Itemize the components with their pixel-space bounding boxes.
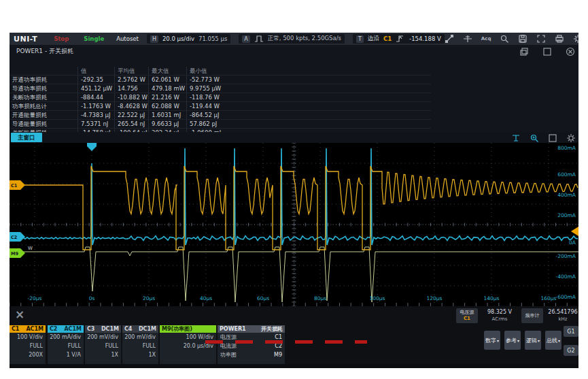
trigger-settings[interactable]: T 边沿 C1 -154.188 V (353, 34, 445, 44)
c2-channel-tag[interactable]: C2 (10, 232, 25, 242)
oscilloscope-screen: UNI-T Stop Single Autoset H 20.0 μs/div … (10, 33, 578, 368)
table-row: 开通能量损耗-4.7383 μJ22.522 μJ1.6031 mJ-864.5… (10, 110, 431, 119)
table-row: 关断功率损耗-884.44 mW-10.882 W21.216 W-118.76… (10, 93, 431, 101)
x-axis-label: 40μs (200, 295, 212, 301)
col-value: 值 (77, 67, 114, 75)
c1-channel-tag[interactable]: C1 (10, 180, 25, 190)
chevron-down-icon: ▾ (517, 338, 519, 343)
power1-measurement-panel: POWER1 - 开关损耗 值 平均值 最大值 最小值 开通功率损耗-292.3… (10, 45, 578, 132)
fullscreen-icon[interactable] (536, 34, 546, 44)
bus-menu-button[interactable]: 总线▾ (545, 331, 561, 350)
display-settings-icon[interactable] (566, 133, 576, 142)
settings-icon[interactable] (573, 34, 578, 44)
trigger-source[interactable]: C1 (383, 35, 392, 42)
maximize-icon[interactable] (542, 46, 552, 56)
tab-main-window[interactable]: 主窗口 (11, 133, 42, 142)
plot-grid (10, 143, 578, 306)
waveform-display[interactable]: C1 C2 M9 W -20μs 0s 20μs 40μs 60μs 80μs … (10, 143, 578, 306)
table-header: 值 平均值 最大值 最小值 (10, 67, 431, 75)
y-axis-label: 400mA (557, 192, 576, 198)
stop-button[interactable]: Stop (54, 35, 69, 42)
toolbar-icon-group: Acq (445, 34, 578, 44)
x-axis-label: 160μs (541, 295, 557, 301)
voltage-source-badge[interactable]: 电压源 C1 (456, 308, 478, 323)
trigger-type[interactable]: 边沿 (368, 35, 379, 43)
chevron-down-icon: ▾ (538, 338, 540, 343)
tab-bar-icons (511, 133, 576, 142)
trigger-cursor-icon[interactable] (511, 133, 521, 142)
horizontal-offset[interactable]: 71.055 μs (198, 35, 227, 42)
status-group: 电压源 C1 98.325 V ACrms 频率计 26.541796 kHz (456, 308, 578, 323)
print-icon[interactable] (555, 34, 564, 44)
timebase-value[interactable]: 20.0 μs/div (162, 35, 194, 42)
y-axis-label: -200mA (556, 253, 576, 259)
h-badge: H (150, 35, 158, 43)
measure-icon[interactable] (463, 34, 472, 44)
trigger-level-marker[interactable] (571, 227, 578, 236)
g1-button[interactable]: G1 (564, 326, 578, 337)
svg-text:M9: M9 (11, 251, 18, 257)
bottom-strip (10, 364, 578, 368)
single-button[interactable]: Single (84, 35, 104, 42)
channel-block-c4[interactable]: C4DC1M 200 mV/divFULL1X (122, 325, 158, 364)
acquire-settings[interactable]: A 正常, 500 kpts, 2.50GSa/s (239, 34, 345, 44)
y-axis-label: 800mA (557, 145, 576, 151)
pulse-icon (254, 34, 264, 44)
horizontal-settings[interactable]: H 20.0 μs/div 71.055 μs (147, 34, 230, 44)
x-axis-label: 0s (89, 295, 95, 301)
screenshot-page: UNI-T Stop Single Autoset H 20.0 μs/div … (0, 0, 588, 379)
channel-block-c2[interactable]: C2AC1M 200 mA/divFULL1 V/A (48, 325, 84, 365)
uni-t-logo: UNI-T (14, 35, 37, 44)
save-icon[interactable] (518, 34, 528, 44)
power1-block[interactable]: POWER1开关损耗 电压源C1 电流源C2 功率图M9 (218, 325, 285, 364)
top-toolbar: UNI-T Stop Single Autoset H 20.0 μs/div … (10, 33, 578, 45)
table-row: 导通能量损耗7.5371 nJ265.54 nJ9.6633 μJ57.862 … (10, 119, 431, 128)
voltage-readout: 98.325 V ACrms (482, 309, 517, 323)
svg-text:C1: C1 (11, 183, 18, 188)
m9-unit-label: W (28, 246, 33, 251)
close-icon[interactable] (566, 46, 575, 56)
reference-menu-button[interactable]: 参考▾ (504, 331, 521, 350)
trigger-level-value[interactable]: -154.188 V (409, 35, 441, 42)
trigger-position-marker[interactable] (87, 143, 97, 151)
table-row: 开通功率损耗-292.35 mW2.5762 W62.061 W-52.773 … (10, 75, 431, 84)
y-axis-label: 200mA (557, 212, 576, 218)
freq-counter-badge[interactable]: 频率计 (521, 308, 543, 323)
m9-channel-tag[interactable]: M9 (10, 248, 25, 258)
digital-menu-button[interactable]: 数字▾ (484, 331, 500, 350)
x-axis-label: 60μs (257, 295, 269, 301)
channel-block-m9[interactable]: M9(功率图) 100 W/div20.0 μs/div (160, 325, 216, 364)
y-axis-label: -400mA (556, 274, 576, 280)
x-axis-label: 120μs (427, 295, 443, 301)
panel-window-controls (519, 46, 575, 56)
channel-block-c1[interactable]: C1AC1M 100 V/divFULL200X (10, 325, 46, 364)
table-row: 功率损耗总计-1.1763 W-8.4628 W62.088 W-119.44 … (10, 101, 431, 110)
x-axis-label: 20μs (143, 295, 155, 301)
waveform-svg: C1 C2 M9 W -20μs 0s 20μs 40μs 60μs 80μs … (10, 143, 578, 306)
voltage-source-channel: C1 (464, 316, 470, 322)
zoom-in-icon[interactable] (530, 133, 539, 142)
a-badge: A (242, 35, 249, 43)
cursors-icon[interactable] (445, 34, 454, 44)
close-all-icon[interactable]: × (15, 308, 24, 321)
channel-block-c3[interactable]: C3DC1M 200 mV/divFULL1X (85, 325, 121, 364)
status-bar: × 电压源 C1 98.325 V ACrms 频率计 26.541796 kH… (10, 306, 578, 325)
svg-text:C2: C2 (11, 235, 17, 240)
acq-icon[interactable]: Acq (481, 34, 491, 44)
red-dashed-annotation (205, 340, 367, 344)
col-min: 最小值 (186, 67, 431, 75)
x-axis-label: 80μs (314, 295, 326, 301)
logic-menu-button[interactable]: 逻辑▾ (525, 331, 541, 350)
table-row: 导通功率损耗451.12 μW14.756 mW479.18 mW9.9755 … (10, 84, 431, 93)
acquisition-info[interactable]: 正常, 500 kpts, 2.50GSa/s (268, 35, 341, 43)
g2-button[interactable]: G2 (564, 345, 578, 356)
search-icon[interactable] (500, 34, 509, 44)
t-badge: T (356, 35, 364, 43)
x-axis-label: 140μs (484, 295, 500, 301)
autoset-button[interactable]: Autoset (116, 35, 139, 42)
maximize-window-icon[interactable] (548, 133, 557, 142)
copy-icon[interactable] (519, 46, 529, 56)
frequency-readout: 26.541796 kHz (547, 309, 578, 323)
x-axis-label: 100μs (370, 295, 385, 301)
panel-title: POWER1 - 开关损耗 (16, 47, 73, 56)
